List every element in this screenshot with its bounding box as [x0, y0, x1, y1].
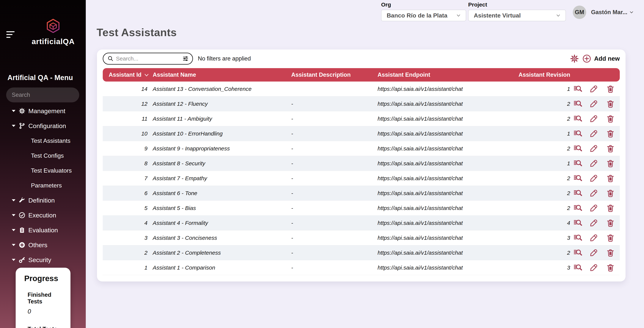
edit-icon[interactable]: [589, 144, 598, 153]
row-actions: 3: [517, 263, 620, 272]
edit-icon[interactable]: [589, 129, 598, 138]
cell-assistant-id: 14: [103, 82, 151, 96]
delete-icon[interactable]: [606, 174, 615, 183]
delete-icon[interactable]: [606, 204, 615, 213]
add-new-button[interactable]: Add new: [594, 55, 620, 62]
user-menu[interactable]: GM Gastón Mar...: [573, 5, 634, 19]
table-search[interactable]: [103, 53, 193, 65]
view-details-icon[interactable]: [573, 189, 582, 198]
sidebar-item-label: Parameters: [31, 182, 62, 189]
row-actions: 1: [517, 129, 620, 138]
caret-down-icon: [11, 109, 16, 112]
cell-assistant-endpoint: https://api.saia.ai/v1/assistant/chat: [377, 201, 517, 216]
sidebar-item-configuration[interactable]: Configuration: [0, 118, 86, 133]
edit-icon[interactable]: [589, 174, 598, 183]
view-details-icon[interactable]: [573, 204, 582, 213]
sidebar-item-parameters[interactable]: Parameters: [0, 178, 86, 193]
delete-icon[interactable]: [606, 85, 615, 93]
delete-icon[interactable]: [606, 99, 615, 108]
sidebar-item-label: Test Evaluators: [31, 167, 72, 174]
view-details-icon[interactable]: [573, 114, 582, 123]
revision-value: 1: [567, 131, 570, 137]
add-new-plus-icon[interactable]: [582, 54, 591, 63]
page-title: Test Assistants: [96, 26, 177, 38]
view-details-icon[interactable]: [573, 129, 582, 138]
sidebar-item-management[interactable]: Management: [0, 104, 86, 118]
edit-icon[interactable]: [589, 159, 598, 168]
edit-icon[interactable]: [589, 263, 598, 272]
table-settings-gear-icon[interactable]: [570, 54, 579, 63]
delete-icon[interactable]: [606, 144, 615, 153]
delete-icon[interactable]: [606, 159, 615, 168]
sidebar-item-evaluation[interactable]: Evaluation: [0, 223, 86, 238]
project-select[interactable]: Asistente Virtual: [468, 10, 566, 21]
table-row: 3Assistant 3 - Conciseness-https://api.s…: [103, 230, 620, 245]
logo-text: artificialQA: [32, 37, 75, 46]
view-details-icon[interactable]: [573, 99, 582, 108]
assistants-table: Assistant Id Assistant Name Assistant De…: [103, 68, 620, 275]
edit-icon[interactable]: [589, 248, 598, 257]
cell-assistant-name: Assistant 5 - Bias: [151, 201, 290, 216]
cell-assistant-id: 9: [103, 141, 151, 156]
cell-assistant-description: -: [290, 201, 377, 216]
sidebar-item-execution[interactable]: Execution: [0, 208, 86, 223]
edit-icon[interactable]: [589, 204, 598, 213]
edit-icon[interactable]: [589, 233, 598, 242]
edit-icon[interactable]: [589, 99, 598, 108]
filter-sliders-icon[interactable]: [182, 55, 189, 62]
view-details-icon[interactable]: [573, 159, 582, 168]
sidebar-item-definition[interactable]: Definition: [0, 193, 86, 208]
cell-assistant-endpoint: https://api.saia.ai/v1/assistant/chat: [377, 82, 517, 96]
row-actions: 3: [517, 233, 620, 242]
delete-icon[interactable]: [606, 219, 615, 227]
cell-assistant-id: 6: [103, 186, 151, 201]
sidebar-search-input[interactable]: [12, 92, 86, 98]
delete-icon[interactable]: [606, 233, 615, 242]
view-details-icon[interactable]: [573, 233, 582, 242]
sidebar-item-test-assistants[interactable]: Test Assistants: [0, 133, 86, 148]
delete-icon[interactable]: [606, 248, 615, 257]
sidebar-item-security[interactable]: Security: [0, 252, 86, 267]
view-details-icon[interactable]: [573, 248, 582, 257]
user-name: Gastón Mar...: [591, 9, 628, 16]
org-select[interactable]: Banco Río de la Plata: [381, 10, 466, 21]
sidebar-item-others[interactable]: Others: [0, 238, 86, 252]
cell-assistant-endpoint: https://api.saia.ai/v1/assistant/chat: [377, 156, 517, 171]
column-header-assistant-name[interactable]: Assistant Name: [151, 68, 290, 82]
delete-icon[interactable]: [606, 129, 615, 138]
table-search-input[interactable]: [116, 55, 180, 62]
cell-assistant-name: Assistant 2 - Completeness: [151, 245, 290, 260]
menu-toggle-button[interactable]: [6, 31, 14, 40]
edit-icon[interactable]: [589, 114, 598, 123]
sidebar-search[interactable]: [6, 87, 79, 102]
logo-hexagon-icon: [46, 19, 60, 35]
view-details-icon[interactable]: [573, 144, 582, 153]
column-header-assistant-revision[interactable]: Assistant Revision: [517, 68, 620, 82]
project-select-value: Asistente Virtual: [474, 12, 521, 19]
delete-icon[interactable]: [606, 189, 615, 198]
revision-value: 2: [567, 205, 570, 211]
cell-assistant-endpoint: https://api.saia.ai/v1/assistant/chat: [377, 260, 517, 275]
delete-icon[interactable]: [606, 263, 615, 272]
delete-icon[interactable]: [606, 114, 615, 123]
column-header-assistant-description[interactable]: Assistant Description: [290, 68, 377, 82]
column-header-assistant-endpoint[interactable]: Assistant Endpoint: [377, 68, 517, 82]
cell-assistant-description: -: [290, 216, 377, 230]
row-actions: 2: [517, 99, 620, 108]
cell-assistant-id: 2: [103, 245, 151, 260]
edit-icon[interactable]: [589, 219, 598, 227]
revision-value: 2: [567, 101, 570, 107]
view-details-icon[interactable]: [573, 263, 582, 272]
clipboard-icon: [19, 227, 25, 233]
sidebar-item-test-evaluators[interactable]: Test Evaluators: [0, 163, 86, 178]
edit-icon[interactable]: [589, 189, 598, 198]
main-content: Org Banco Río de la Plata Project Asiste…: [86, 0, 644, 328]
view-details-icon[interactable]: [573, 174, 582, 183]
progress-card: Progress Finished Tests 0 Total Tests 0: [16, 268, 70, 328]
edit-icon[interactable]: [589, 85, 598, 93]
sidebar-item-test-configs[interactable]: Test Configs: [0, 148, 86, 163]
view-details-icon[interactable]: [573, 219, 582, 227]
column-header-assistant-id[interactable]: Assistant Id: [103, 68, 151, 82]
table-row: 2Assistant 2 - Completeness-https://api.…: [103, 245, 620, 260]
view-details-icon[interactable]: [573, 85, 582, 93]
